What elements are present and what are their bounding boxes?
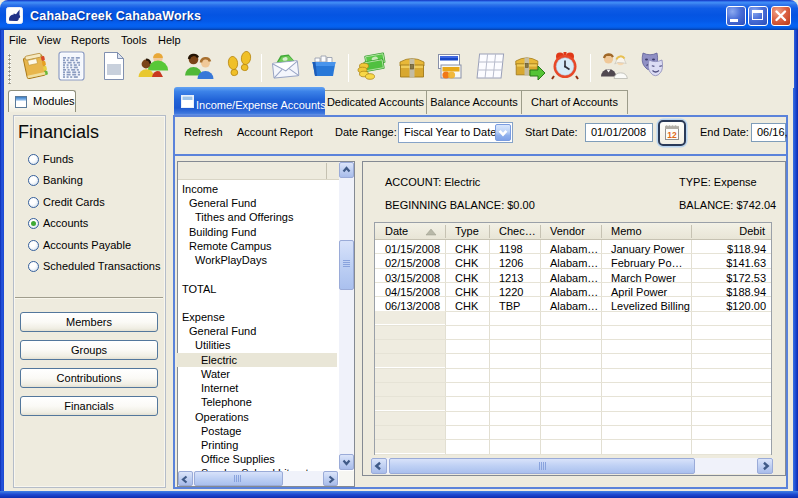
svg-text:12: 12 [667, 130, 677, 140]
